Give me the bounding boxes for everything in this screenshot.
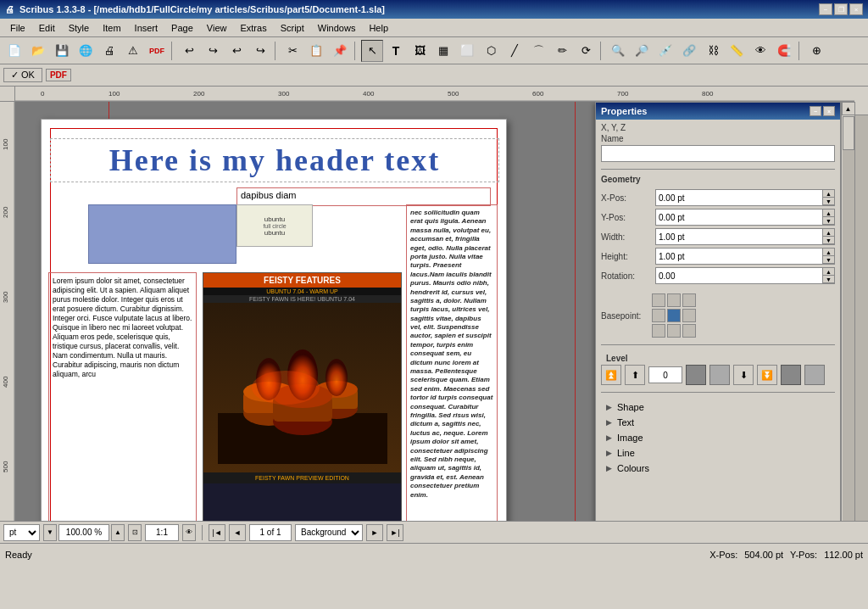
scroll-thumb[interactable]	[843, 116, 854, 150]
level-input[interactable]	[648, 366, 682, 383]
menu-insert[interactable]: Insert	[128, 21, 165, 35]
feisty-image-frame[interactable]: FEISTY FEATURES UBUNTU 7.04 - WARM UP FE…	[203, 272, 402, 551]
bp-mc[interactable]	[667, 309, 681, 322]
unlink-tool[interactable]: ⛓	[702, 40, 724, 62]
menu-view[interactable]: View	[200, 21, 234, 35]
bp-bl[interactable]	[652, 324, 665, 338]
shape-tool[interactable]: ⬜	[456, 40, 478, 62]
rotation-up-arrow[interactable]: ▲	[822, 268, 834, 276]
select-tool[interactable]: ↖	[361, 40, 383, 62]
dapibus-frame[interactable]: dapibus diam	[236, 187, 491, 206]
props-close-button[interactable]: ×	[823, 106, 835, 116]
zoom-decrease-button[interactable]: ▼	[43, 524, 57, 541]
scroll-track[interactable]	[843, 116, 854, 523]
pdf-button[interactable]: PDF	[46, 69, 71, 81]
props-minimize-button[interactable]: −	[810, 106, 821, 116]
next-page-button[interactable]: ►	[366, 524, 383, 541]
bp-tr[interactable]	[682, 293, 696, 307]
level-down-button[interactable]: ⬇	[733, 365, 754, 385]
page-select[interactable]: Background	[295, 524, 363, 541]
bp-bc[interactable]	[667, 324, 681, 338]
width-spinbox[interactable]: ▲ ▼	[655, 228, 835, 245]
text-link[interactable]: ▶ Text	[596, 415, 840, 430]
level-to-top-button[interactable]: ⏫	[601, 365, 621, 385]
xpos-spinbox[interactable]: ▲ ▼	[655, 189, 835, 206]
height-down-arrow[interactable]: ▼	[822, 256, 834, 264]
titlebar-controls[interactable]: − ❐ ×	[819, 3, 863, 15]
rotate-tool[interactable]: ⟳	[575, 40, 597, 62]
ubuntu-image-frame[interactable]: ubuntu full circle ubuntu	[236, 204, 313, 247]
shape-link[interactable]: ▶ Shape	[596, 399, 840, 415]
bp-mr[interactable]	[682, 309, 696, 322]
menu-script[interactable]: Script	[274, 21, 311, 35]
level-up-button[interactable]: ⬆	[625, 365, 645, 385]
paste-button[interactable]: 📌	[329, 40, 351, 62]
network-button[interactable]: 🌐	[75, 40, 97, 62]
measure-tool[interactable]: 📏	[726, 40, 748, 62]
ypos-input[interactable]	[659, 213, 820, 222]
menu-file[interactable]: File	[3, 21, 32, 35]
header-text-frame[interactable]: Here is my header text	[50, 138, 499, 182]
name-input[interactable]	[601, 145, 835, 162]
text-tool[interactable]: T	[385, 40, 407, 62]
snap-tool[interactable]: 🧲	[773, 40, 795, 62]
copy-button[interactable]: 📋	[305, 40, 327, 62]
polygon-tool[interactable]: ⬡	[480, 40, 502, 62]
eyedropper-button[interactable]: 💉	[654, 40, 676, 62]
zoom-increase-button[interactable]: ▲	[111, 524, 125, 541]
menu-style[interactable]: Style	[62, 21, 96, 35]
props-controls[interactable]: − ×	[810, 106, 835, 116]
close-button[interactable]: ×	[849, 3, 863, 15]
minimize-button[interactable]: −	[819, 3, 832, 15]
height-spinbox[interactable]: ▲ ▼	[655, 248, 835, 265]
last-page-button[interactable]: ►|	[387, 524, 403, 541]
link-tool[interactable]: 🔗	[678, 40, 700, 62]
prev-page-button[interactable]: ◄	[229, 524, 246, 541]
save-button[interactable]: 💾	[51, 40, 73, 62]
extra-tool[interactable]: ⊕	[805, 40, 827, 62]
menu-item[interactable]: Item	[96, 21, 127, 35]
basepoint-grid[interactable]	[652, 293, 696, 338]
menu-page[interactable]: Page	[164, 21, 200, 35]
redo2-button[interactable]: ↪	[249, 40, 271, 62]
xpos-input[interactable]	[659, 193, 820, 203]
bp-br[interactable]	[682, 324, 696, 338]
unit-select[interactable]: pt mm in	[3, 524, 40, 541]
right-text-frame[interactable]: nec sollicitudin quam erat quis ligula. …	[406, 204, 498, 551]
first-page-button[interactable]: |◄	[209, 524, 225, 541]
scroll-up-button[interactable]: ▲	[842, 102, 855, 115]
rotation-spinbox[interactable]: ▲ ▼	[655, 267, 835, 284]
ypos-down-arrow[interactable]: ▼	[822, 217, 834, 225]
zoom-preview-button[interactable]: 👁	[182, 524, 196, 541]
blue-rect[interactable]	[88, 204, 236, 264]
zoom-out-button[interactable]: 🔎	[631, 40, 653, 62]
line-link[interactable]: ▶ Line	[596, 445, 840, 461]
vertical-scrollbar[interactable]: ▲ ▼	[841, 102, 854, 538]
restore-button[interactable]: ❐	[834, 3, 848, 15]
xpos-up-arrow[interactable]: ▲	[822, 190, 834, 198]
menu-windows[interactable]: Windows	[311, 21, 363, 35]
bp-tl[interactable]	[652, 293, 665, 307]
open-button[interactable]: 📂	[27, 40, 49, 62]
ratio-input[interactable]	[145, 524, 179, 541]
eye-tool[interactable]: 👁	[749, 40, 771, 62]
rotation-down-arrow[interactable]: ▼	[822, 276, 834, 283]
freehand-tool[interactable]: ✏	[551, 40, 573, 62]
xpos-down-arrow[interactable]: ▼	[822, 198, 834, 205]
undo2-button[interactable]: ↩	[225, 40, 248, 62]
colours-link[interactable]: ▶ Colours	[596, 461, 840, 476]
bezier-tool[interactable]: ⌒	[527, 40, 549, 62]
level-to-bottom-button[interactable]: ⏬	[757, 365, 777, 385]
undo-button[interactable]: ↩	[178, 40, 200, 62]
rotation-input[interactable]	[659, 271, 820, 281]
zoom-fit-button[interactable]: ⊡	[128, 524, 142, 541]
ok-button[interactable]: ✓ OK	[3, 68, 42, 82]
menu-help[interactable]: Help	[362, 21, 395, 35]
page-input[interactable]	[249, 524, 292, 541]
height-input[interactable]	[659, 252, 820, 261]
height-up-arrow[interactable]: ▲	[822, 249, 834, 256]
ypos-up-arrow[interactable]: ▲	[822, 210, 834, 217]
line-tool[interactable]: ╱	[504, 40, 526, 62]
zoom-input[interactable]	[58, 524, 109, 541]
preflight-button[interactable]: ⚠	[122, 40, 144, 62]
